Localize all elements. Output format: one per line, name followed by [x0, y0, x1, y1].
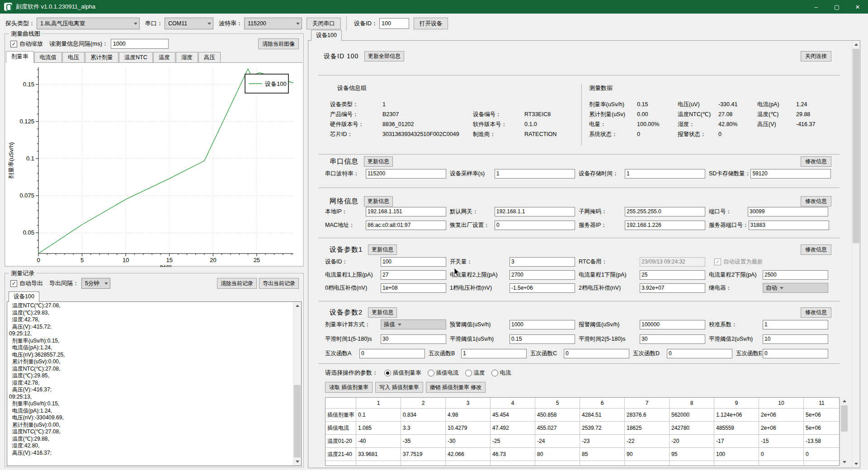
radio-电流[interactable]: 电流 [491, 369, 511, 377]
table-cell[interactable]: 37.7519 [401, 448, 446, 461]
table-cell[interactable]: 0 [804, 448, 840, 461]
update-info-button[interactable]: 更新信息 [364, 156, 393, 167]
table-cell[interactable]: 0.1 [356, 409, 401, 421]
close-connection-button[interactable]: 关闭连接 [801, 51, 831, 61]
table-cell[interactable] [535, 461, 580, 466]
field-input[interactable] [381, 270, 446, 280]
scroll-up-icon[interactable] [840, 397, 848, 405]
radio-插值剂量率[interactable]: 插值剂量率 [384, 369, 421, 377]
read-interval-input[interactable] [111, 39, 169, 49]
log-scrollbar[interactable] [293, 302, 301, 465]
table-cell[interactable]: 80 [535, 448, 580, 461]
modify-info-button[interactable]: 修改信息 [801, 307, 831, 318]
tab-温度NTC[interactable]: 温度NTC [119, 52, 153, 63]
field-input[interactable] [359, 349, 425, 358]
table-cell[interactable]: 90 [625, 448, 670, 461]
field-input[interactable] [381, 257, 446, 267]
table-cell[interactable]: -25 [491, 435, 535, 447]
table-cell[interactable]: 455.027 [535, 422, 580, 434]
update-all-button[interactable]: 更新全部信息 [364, 51, 404, 61]
scroll-down-icon[interactable] [852, 460, 860, 468]
table-cell[interactable]: 5e+06 [804, 422, 840, 434]
table-cell[interactable] [804, 461, 840, 466]
table-cell[interactable] [491, 461, 535, 466]
table-scrollbar-thumb[interactable] [841, 405, 848, 432]
field-input[interactable] [640, 334, 705, 344]
field-input[interactable] [509, 257, 575, 267]
clear-record-button[interactable]: 清除当前记录 [217, 278, 257, 289]
panel-scrollbar[interactable] [852, 41, 860, 468]
field-input[interactable] [749, 221, 829, 230]
table-cell[interactable]: 85 [580, 448, 625, 461]
log-area[interactable]: 温度NTC(℃):27.08, 温度(℃):29.83, 湿度:42.78, 高… [7, 301, 302, 466]
scroll-up-icon[interactable] [852, 41, 860, 48]
table-cell[interactable]: 2539.72 [580, 422, 625, 434]
table-cell[interactable]: -30 [446, 435, 491, 447]
table-cell[interactable]: 2e+06 [759, 409, 804, 421]
field-input[interactable] [750, 169, 831, 179]
close-serial-button[interactable]: 关闭串口 [307, 18, 341, 29]
baud-rate-select[interactable]: 115200 [244, 18, 302, 29]
table-cell[interactable] [580, 461, 625, 466]
table-cell[interactable]: 562000 [670, 409, 714, 421]
field-input[interactable] [625, 169, 705, 179]
modify-info-button[interactable]: 修改信息 [801, 156, 831, 167]
table-cell[interactable]: -22 [625, 435, 670, 447]
modify-info-button[interactable]: 修改信息 [801, 196, 831, 207]
serial-port-select[interactable]: COM11 [165, 18, 213, 29]
table-cell[interactable]: 4284.51 [580, 409, 625, 421]
field-input[interactable] [640, 320, 705, 329]
table-cell[interactable]: 242780 [670, 422, 714, 434]
table-cell[interactable]: 0.834 [401, 409, 446, 421]
table-cell[interactable]: 33.9681 [356, 448, 401, 461]
table-cell[interactable]: -23 [580, 435, 625, 447]
field-input[interactable] [625, 207, 705, 216]
update-info-button[interactable]: 更新信息 [368, 244, 397, 255]
op-button-撤销 插值剂量率 修改[interactable]: 撤销 插值剂量率 修改 [426, 382, 486, 393]
open-device-button[interactable]: 打开设备 [414, 18, 448, 29]
table-cell[interactable]: 450.858 [535, 409, 580, 421]
field-input[interactable] [509, 270, 575, 280]
auto-export-checkbox[interactable]: ✓ [10, 280, 17, 287]
field-input[interactable] [763, 349, 828, 358]
table-cell[interactable]: 4.98 [446, 409, 491, 421]
table-cell[interactable]: 2e+06 [759, 422, 804, 434]
table-cell[interactable]: 100 [714, 448, 759, 461]
field-input[interactable] [366, 169, 446, 179]
table-cell[interactable]: 42.066 [446, 448, 491, 461]
field-input[interactable] [748, 207, 828, 216]
log-scrollbar-thumb[interactable] [294, 385, 301, 457]
field-input[interactable] [366, 221, 446, 230]
table-cell[interactable]: 28376.6 [625, 409, 670, 421]
modify-info-button[interactable]: 修改信息 [801, 244, 831, 255]
export-record-button[interactable]: 导出当前记录 [259, 278, 299, 289]
field-input[interactable] [667, 349, 732, 358]
field-input[interactable] [625, 221, 705, 230]
field-input[interactable] [495, 221, 575, 230]
table-cell[interactable]: 18625 [625, 422, 670, 434]
scroll-up-icon[interactable] [293, 302, 301, 310]
export-interval-select[interactable]: 5分钟 [81, 278, 110, 289]
table-cell[interactable] [714, 461, 759, 466]
field-input[interactable] [509, 283, 575, 293]
table-cell[interactable]: -40 [356, 435, 401, 447]
field-combo[interactable]: 自动 [763, 283, 828, 293]
radio-温度[interactable]: 温度 [465, 369, 485, 377]
table-cell[interactable] [625, 461, 670, 466]
auto-set-latest-checkbox[interactable]: ✓ [714, 258, 721, 265]
tab-电压[interactable]: 电压 [62, 52, 85, 63]
table-cell[interactable] [356, 461, 401, 466]
tab-累计剂量[interactable]: 累计剂量 [85, 52, 118, 63]
update-info-button[interactable]: 更新信息 [368, 307, 397, 318]
record-device-tab[interactable]: 设备100 [9, 291, 39, 302]
table-cell[interactable]: -15 [759, 435, 804, 447]
op-button-写入 插值剂量率[interactable]: 写入 插值剂量率 [375, 382, 423, 393]
table-cell[interactable]: 45.454 [491, 409, 535, 421]
field-input[interactable] [461, 349, 527, 358]
tab-剂量率[interactable]: 剂量率 [6, 51, 34, 63]
table-cell[interactable]: -17 [714, 435, 759, 447]
table-cell[interactable] [446, 461, 491, 466]
field-input[interactable] [640, 283, 705, 293]
table-cell[interactable] [401, 461, 446, 466]
probe-type-select[interactable]: 1.8L高气压电离室 [37, 18, 140, 29]
